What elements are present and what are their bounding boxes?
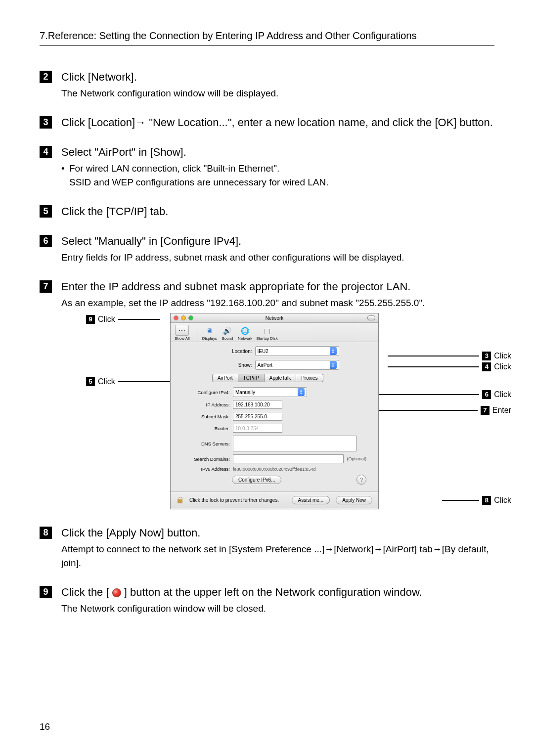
step-number: 9	[40, 586, 52, 598]
toolbar-label: Network	[238, 336, 252, 341]
callout-number: 9	[86, 315, 95, 324]
callout-label: Click	[494, 352, 511, 360]
search-domains-field[interactable]	[233, 454, 344, 463]
page-header: 7.Reference: Setting the Connection by E…	[40, 30, 494, 46]
configure-ipv4-select[interactable]: Manually ▲▼	[233, 387, 307, 397]
speaker-icon: 🔊	[221, 326, 234, 336]
step-number: 6	[40, 235, 52, 247]
window-titlebar: Network	[171, 313, 378, 323]
apply-now-button[interactable]: Apply Now	[336, 496, 372, 504]
step-number: 5	[40, 205, 52, 218]
show-select[interactable]: AirPort ▲▼	[255, 360, 339, 370]
tab-proxies[interactable]: Proxies	[296, 374, 323, 382]
router-field[interactable]: 10.0.8.254	[233, 424, 282, 433]
ipv6-address-label: IPv6 Address:	[182, 466, 230, 472]
step-9: 9 Click the [ ] button at the upper left…	[40, 585, 494, 616]
step-number: 7	[40, 280, 52, 293]
callout-label: Enter	[492, 406, 511, 415]
tabs-bar: AirPort TCP/IP AppleTalk Proxies	[212, 374, 371, 382]
step-title: Select "Manually" in [Configure IPv4].	[61, 234, 494, 249]
callout-number: 4	[482, 362, 491, 371]
close-window-icon	[112, 588, 121, 597]
step-title: Select "AirPort" in [Show].	[61, 145, 494, 160]
startup-disk-button[interactable]: ▤ Startup Disk	[256, 326, 278, 341]
toolbar-toggle-icon[interactable]	[367, 315, 375, 320]
displays-button[interactable]: 🖥 Displays	[202, 326, 217, 341]
lock-icon[interactable]	[177, 497, 183, 504]
sound-button[interactable]: 🔊 Sound	[221, 326, 234, 341]
location-select[interactable]: IEU2 ▲▼	[255, 346, 339, 356]
callout-number: 3	[482, 352, 491, 360]
window-body: Location: IEU2 ▲▼ Show: AirPort ▲▼	[171, 342, 378, 491]
callout-label: Click	[98, 377, 115, 386]
step-number: 4	[40, 146, 52, 158]
callout-3: 3 Click	[388, 352, 511, 360]
step-title: Click the [ ] button at the upper left o…	[61, 585, 494, 600]
step-number: 8	[40, 527, 52, 539]
step-6: 6 Select "Manually" in [Configure IPv4].…	[40, 234, 494, 265]
assist-me-button[interactable]: Assist me...	[292, 496, 330, 504]
step-title: Click the [TCP/IP] tab.	[61, 204, 494, 219]
callout-number: 5	[86, 377, 95, 386]
separator	[196, 326, 196, 341]
step-subtext: Entry fields for IP address, subnet mask…	[61, 251, 494, 265]
tab-appletalk[interactable]: AppleTalk	[265, 374, 296, 382]
display-icon: 🖥	[203, 326, 216, 336]
search-domains-label: Search Domains:	[182, 456, 230, 462]
toolbar-label: Show All	[175, 336, 190, 341]
callout-9: 9 Click	[86, 315, 160, 324]
chevron-updown-icon: ▲▼	[298, 388, 305, 396]
select-value: IEU2	[258, 349, 268, 354]
chevron-updown-icon: ▲▼	[330, 347, 337, 355]
ipv6-address-value: fe80:0000:0000:000b:0204:93ff:fee1:854d	[233, 467, 316, 472]
tab-airport[interactable]: AirPort	[212, 374, 238, 382]
step-subtext: The Network configuration window will be…	[61, 602, 494, 616]
grid-icon: ⋯	[175, 325, 189, 336]
screenshot-diagram: 9 Click 5 Click 3 Click 4	[91, 313, 462, 511]
step-subtext: As an example, set the IP address "192.1…	[61, 296, 494, 310]
step-title: Click [Location]→ "New Location...", ent…	[61, 115, 494, 130]
optional-note: (Optional)	[347, 456, 366, 461]
callout-label: Click	[494, 390, 511, 399]
callout-label: Click	[98, 315, 115, 324]
document-page: 7.Reference: Setting the Connection by E…	[0, 0, 534, 756]
disk-icon: ▤	[261, 326, 273, 336]
subnet-mask-label: Subnet Mask:	[182, 414, 230, 419]
select-value: AirPort	[258, 362, 273, 368]
step-3: 3 Click [Location]→ "New Location...", e…	[40, 115, 494, 130]
location-label: Location:	[210, 349, 252, 354]
step-title: Click the [Apply Now] button.	[61, 526, 494, 540]
step-bullets: For wired LAN connection, click "Built-i…	[61, 162, 494, 189]
prefs-toolbar: ⋯ Show All 🖥 Displays 🔊 Sound	[171, 323, 378, 342]
step-2: 2 Click [Network]. The Network configura…	[40, 70, 494, 100]
bullet: For wired LAN connection, click "Built-i…	[61, 162, 494, 176]
window-title: Network	[171, 315, 378, 321]
step-list: 2 Click [Network]. The Network configura…	[40, 70, 494, 616]
subnet-mask-field[interactable]: 255.255.255.0	[233, 412, 282, 421]
callout-label: Click	[494, 496, 511, 505]
globe-icon: 🌐	[239, 326, 252, 336]
ip-address-label: IP Address:	[182, 402, 230, 407]
dns-servers-field[interactable]	[233, 436, 356, 451]
callout-label: Click	[494, 362, 511, 371]
callout-number: 8	[482, 496, 491, 505]
tcpip-form: Configure IPv4: Manually ▲▼ IP Address: …	[178, 387, 371, 485]
network-button[interactable]: 🌐 Network	[238, 326, 252, 341]
help-icon[interactable]: ?	[356, 475, 366, 485]
show-all-button[interactable]: ⋯ Show All	[175, 325, 190, 341]
bullet: SSID and WEP configurations are unnecess…	[61, 176, 494, 189]
ip-address-field[interactable]: 192.168.100.20	[233, 400, 282, 409]
tab-tcpip[interactable]: TCP/IP	[238, 374, 265, 382]
callout-number: 7	[481, 406, 490, 415]
macos-network-window: Network ⋯ Show All 🖥 Displays	[170, 313, 379, 509]
show-label: Show:	[210, 362, 252, 368]
step-title-after: ] button at the upper left on the Networ…	[124, 586, 422, 598]
configure-ipv6-button[interactable]: Configure IPv6...	[232, 476, 281, 484]
step-5: 5 Click the [TCP/IP] tab.	[40, 204, 494, 219]
chevron-updown-icon: ▲▼	[330, 361, 337, 369]
step-number: 2	[40, 71, 52, 83]
select-value: Manually	[235, 390, 255, 395]
step-8: 8 Click the [Apply Now] button. Attempt …	[40, 526, 494, 570]
step-subtext: Attempt to connect to the network set in…	[61, 542, 494, 570]
dns-servers-label: DNS Servers:	[182, 441, 230, 446]
